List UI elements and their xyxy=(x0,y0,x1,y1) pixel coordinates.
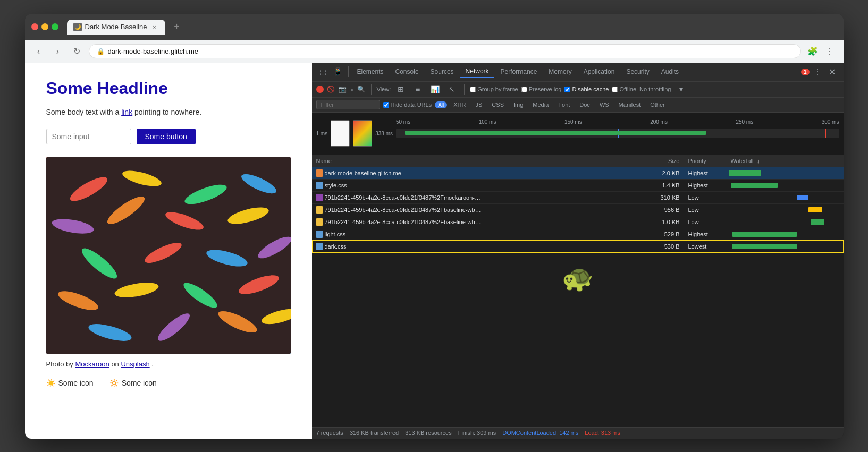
td-name-3: 791b2241-459b-4a2e-8cca-c0fdc21f0487%2Fm… xyxy=(312,192,642,203)
file-icon-css xyxy=(316,182,323,189)
td-size-3: 310 KB xyxy=(642,193,684,202)
td-name-7: dark.css xyxy=(312,241,642,252)
unsplash-link[interactable]: Unsplash xyxy=(121,360,149,368)
table-row[interactable]: light.css 529 B Highest xyxy=(312,228,844,241)
table-header: Name Size Priority Waterfall ↓ xyxy=(312,155,844,167)
tab-memory[interactable]: Memory xyxy=(543,66,577,78)
svg-rect-21 xyxy=(46,157,291,354)
some-button[interactable]: Some button xyxy=(137,129,196,144)
th-name[interactable]: Name xyxy=(312,155,642,167)
browser-window: 🌙 Dark Mode Baseline × + ‹ › ↻ 🔒 dark-mo… xyxy=(25,14,844,439)
some-input[interactable] xyxy=(46,129,131,144)
tab-elements[interactable]: Elements xyxy=(352,66,389,78)
cursor-button[interactable]: ↖ xyxy=(445,82,459,96)
th-size[interactable]: Size xyxy=(642,155,684,167)
tab-network[interactable]: Network xyxy=(460,65,494,78)
status-bar: 7 requests 316 KB transferred 313 KB res… xyxy=(312,427,844,439)
forward-button[interactable]: › xyxy=(50,44,65,59)
record-button[interactable] xyxy=(316,86,324,93)
filter-type-font[interactable]: Font xyxy=(555,101,573,108)
hide-data-urls-checkbox[interactable]: Hide data URLs xyxy=(383,101,432,108)
traffic-lights xyxy=(31,23,58,30)
search-button[interactable]: 🔍 xyxy=(357,85,366,93)
capture-button[interactable]: 📊 xyxy=(428,82,442,96)
waterfall-bar-1 xyxy=(729,170,762,176)
th-priority[interactable]: Priority xyxy=(684,155,727,167)
tab-console[interactable]: Console xyxy=(390,66,424,78)
td-size-5: 1.0 KB xyxy=(642,217,684,227)
url-bar[interactable]: 🔒 dark-mode-baseline.glitch.me xyxy=(89,44,801,58)
filter-type-other[interactable]: Other xyxy=(647,101,668,108)
icon-item-2: 🔆 Some icon xyxy=(109,379,157,387)
close-button[interactable] xyxy=(31,23,38,30)
td-size-7: 530 B xyxy=(642,242,684,251)
throttling-dropdown[interactable]: ▾ xyxy=(674,82,688,96)
td-size-2: 1.4 KB xyxy=(642,181,684,190)
filter-type-all[interactable]: All xyxy=(435,101,447,108)
td-priority-4: Low xyxy=(684,205,727,215)
filter-type-css[interactable]: CSS xyxy=(488,101,507,108)
mockaroon-link[interactable]: Mockaroon xyxy=(75,360,109,368)
new-tab-button[interactable]: + xyxy=(170,20,184,35)
td-size-4: 956 B xyxy=(642,205,684,215)
status-requests: 7 requests xyxy=(316,430,343,436)
timeline-area: 1 ms 338 ms 50 ms 100 ms xyxy=(312,113,844,155)
table-row-highlighted[interactable]: dark.css 530 B Lowest xyxy=(312,241,844,253)
filter-input[interactable] xyxy=(316,100,380,109)
body-link[interactable]: link xyxy=(121,108,132,116)
browser-tab[interactable]: 🌙 Dark Mode Baseline × xyxy=(67,20,165,35)
filter-type-js[interactable]: JS xyxy=(473,101,486,108)
filter-type-ws[interactable]: WS xyxy=(596,101,612,108)
back-button[interactable]: ‹ xyxy=(31,44,46,59)
sun-icon-1: ☀️ xyxy=(46,379,55,387)
filter-type-media[interactable]: Media xyxy=(529,101,552,108)
timeline-bar-main xyxy=(405,131,618,135)
td-name-4: 791b2241-459b-4a2e-8cca-c0fdc21f0487%2Fb… xyxy=(312,204,642,215)
filter-button[interactable]: ⬦ xyxy=(350,86,354,93)
tab-close-button[interactable]: × xyxy=(150,23,159,31)
camera-button[interactable]: 📷 xyxy=(339,85,347,93)
ms-50: 50 ms xyxy=(396,119,410,125)
grid-view-button[interactable]: ⊞ xyxy=(394,82,408,96)
device-toolbar-button[interactable]: 📱 xyxy=(331,65,345,79)
preserve-log-checkbox[interactable]: Preserve log xyxy=(521,86,562,92)
group-by-frame-checkbox[interactable]: Group by frame xyxy=(470,86,518,92)
offline-checkbox[interactable]: Offline xyxy=(612,86,636,92)
toolbar-divider xyxy=(348,66,349,77)
status-dom-content-loaded[interactable]: DOMContentLoaded: 142 ms xyxy=(502,430,578,436)
filter-type-manifest[interactable]: Manifest xyxy=(616,101,644,108)
tab-performance[interactable]: Performance xyxy=(495,66,543,78)
td-name-6: light.css xyxy=(312,229,642,240)
filter-type-img[interactable]: Img xyxy=(510,101,526,108)
table-row[interactable]: dark-mode-baseline.glitch.me 2.0 KB High… xyxy=(312,167,844,180)
network-table[interactable]: Name Size Priority Waterfall ↓ dark-mode… xyxy=(312,155,844,427)
list-view-button[interactable]: ≡ xyxy=(411,82,425,96)
disable-cache-checkbox[interactable]: Disable cache xyxy=(564,86,609,92)
menu-icon[interactable]: ⋮ xyxy=(822,44,837,59)
td-priority-6: Highest xyxy=(684,229,727,239)
th-waterfall[interactable]: Waterfall ↓ xyxy=(727,155,844,167)
table-row[interactable]: 791b2241-459b-4a2e-8cca-c0fdc21f0487%2Fb… xyxy=(312,204,844,216)
filter-type-xhr[interactable]: XHR xyxy=(450,101,469,108)
reload-button[interactable]: ↻ xyxy=(70,44,85,59)
extensions-icon[interactable]: 🧩 xyxy=(805,44,820,59)
td-waterfall-2 xyxy=(727,180,844,191)
table-row[interactable]: 791b2241-459b-4a2e-8cca-c0fdc21f0487%2Fm… xyxy=(312,192,844,204)
file-icon-css-light xyxy=(316,231,323,238)
more-options-button[interactable]: ⋮ xyxy=(811,65,824,79)
tab-sources[interactable]: Sources xyxy=(425,66,459,78)
table-row[interactable]: style.css 1.4 KB Highest xyxy=(312,180,844,192)
clear-button[interactable]: 🚫 xyxy=(327,85,335,93)
minimize-button[interactable] xyxy=(41,23,48,30)
tab-audits[interactable]: Audits xyxy=(656,66,684,78)
table-row[interactable]: 791b2241-459b-4a2e-8cca-c0fdc21f0487%2Fb… xyxy=(312,216,844,228)
tab-security[interactable]: Security xyxy=(621,66,654,78)
td-waterfall-6 xyxy=(727,228,844,240)
inspect-element-button[interactable]: ⬚ xyxy=(316,65,330,79)
tab-application[interactable]: Application xyxy=(578,66,620,78)
close-devtools-button[interactable]: ✕ xyxy=(825,65,839,79)
file-icon-html xyxy=(316,169,323,177)
filter-type-doc[interactable]: Doc xyxy=(576,101,593,108)
icon-label-1: Some icon xyxy=(58,379,94,387)
maximize-button[interactable] xyxy=(52,23,58,30)
